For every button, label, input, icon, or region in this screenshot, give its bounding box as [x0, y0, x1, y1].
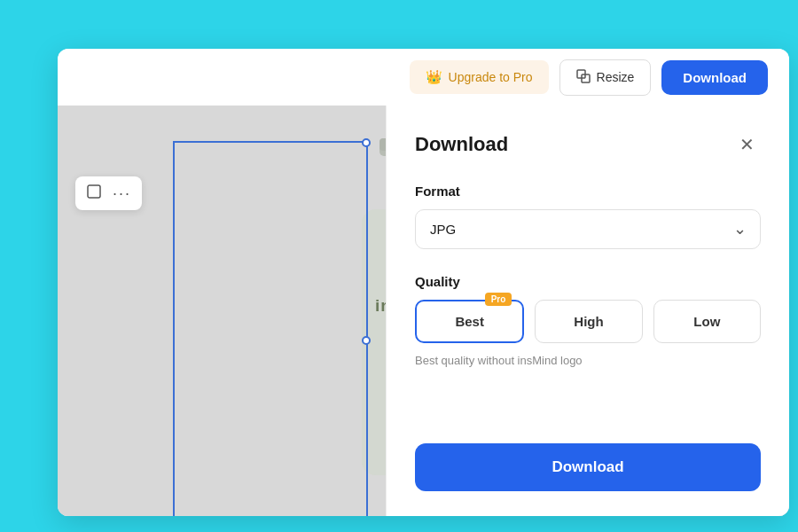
svg-rect-2	[88, 185, 100, 198]
quality-section-label: Quality	[415, 274, 761, 289]
close-panel-button[interactable]: ✕	[732, 130, 761, 159]
crown-icon: 👑	[426, 69, 442, 85]
upgrade-label: Upgrade to Pro	[449, 70, 533, 84]
download-panel: Download ✕ Format JPG PNG WebP Quality P…	[386, 106, 789, 516]
download-top-button[interactable]: Download	[661, 60, 768, 95]
resize-button[interactable]: Resize	[559, 59, 652, 96]
format-select[interactable]: JPG PNG WebP	[415, 209, 761, 249]
quality-best-label: Best	[455, 314, 484, 329]
mini-toolbar: ···	[75, 176, 142, 210]
selection-box	[173, 141, 368, 516]
quality-hint: Best quality without insMind logo	[415, 354, 761, 367]
format-section: Format JPG PNG WebP	[415, 184, 761, 274]
close-icon: ✕	[739, 134, 755, 155]
top-bar: 👑 Upgrade to Pro Resize Download	[58, 49, 789, 106]
pro-badge: Pro	[485, 293, 512, 306]
quality-high-button[interactable]: High	[535, 300, 642, 343]
format-select-wrapper: JPG PNG WebP	[415, 209, 761, 249]
selection-handle-middle-right[interactable]	[362, 336, 371, 345]
panel-title: Download	[415, 133, 508, 156]
quality-low-button[interactable]: Low	[653, 300, 761, 343]
format-section-label: Format	[415, 184, 761, 199]
panel-header: Download ✕	[415, 130, 761, 159]
quality-section: Quality Pro Best High Low Best quality w…	[415, 274, 761, 392]
download-main-label: Download	[552, 458, 623, 475]
resize-icon	[576, 69, 591, 86]
quality-options: Pro Best High Low	[415, 300, 761, 343]
quality-best-button[interactable]: Pro Best	[415, 300, 524, 343]
resize-label: Resize	[597, 70, 635, 84]
quality-low-label: Low	[693, 314, 720, 329]
more-options-icon[interactable]: ···	[113, 184, 131, 203]
crop-icon[interactable]	[86, 184, 102, 203]
app-container: 👑 Upgrade to Pro Resize Download	[58, 49, 789, 516]
upgrade-to-pro-button[interactable]: 👑 Upgrade to Pro	[410, 60, 549, 94]
download-main-button[interactable]: Download	[415, 443, 761, 491]
quality-high-label: High	[574, 314, 603, 329]
download-top-label: Download	[683, 70, 747, 85]
selection-handle-top-right[interactable]	[362, 138, 371, 147]
